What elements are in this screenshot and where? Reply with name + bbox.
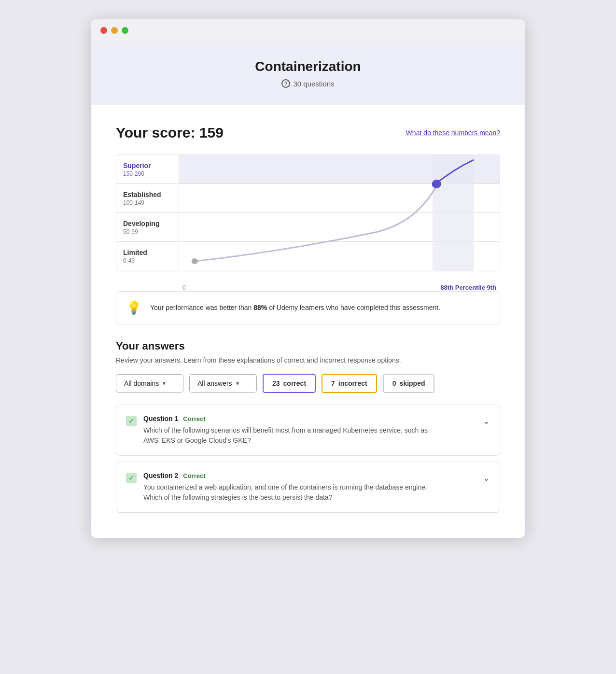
incorrect-count: 7 xyxy=(331,379,335,387)
chart-label-limited: Limited 0-49 xyxy=(116,242,179,271)
numbers-meaning-link[interactable]: What do these numbers mean? xyxy=(406,129,500,137)
chart-graph xyxy=(179,155,500,271)
checkmark-icon-2: ✓ xyxy=(128,474,134,482)
main-content: Your score: 159 What do these numbers me… xyxy=(91,105,525,538)
incorrect-label: incorrect xyxy=(338,379,367,387)
skipped-count: 0 xyxy=(392,379,396,387)
question-1-status: Correct xyxy=(183,415,205,422)
established-range: 100-149 xyxy=(123,199,172,206)
percentile-label: 88th Percentile 9th xyxy=(440,284,496,291)
maximize-button[interactable] xyxy=(122,27,128,34)
svg-rect-0 xyxy=(433,155,474,271)
score-label: Your score: 159 xyxy=(116,125,224,141)
question-2-header: ✓ Question 2 Correct You containerized a… xyxy=(126,472,490,503)
correct-badge[interactable]: 23 correct xyxy=(263,374,316,393)
question-icon: ? xyxy=(281,79,290,88)
percentile-value: 88th Percentile xyxy=(440,284,485,291)
close-button[interactable] xyxy=(100,27,107,34)
header-section: Containerization ? 30 questions xyxy=(91,42,525,105)
questions-count: 30 questions xyxy=(293,80,334,88)
answers-filter-label: All answers xyxy=(197,379,232,387)
question-2-status: Correct xyxy=(183,472,205,479)
answers-filter[interactable]: All answers ▾ xyxy=(189,374,257,393)
performance-text: Your performance was better than 88% of … xyxy=(150,303,440,313)
correct-count: 23 xyxy=(272,379,280,387)
skipped-label: skipped xyxy=(400,379,425,387)
question-card-2: ✓ Question 2 Correct You containerized a… xyxy=(116,462,500,513)
perf-percentage: 88% xyxy=(253,304,267,311)
checkmark-icon: ✓ xyxy=(128,417,134,425)
performance-box: 💡 Your performance was better than 88% o… xyxy=(116,291,500,324)
superior-label: Superior xyxy=(123,162,172,169)
question-2-expand-icon[interactable]: ⌄ xyxy=(483,473,490,483)
chart-labels: Superior 150-200 Established 100-149 Dev… xyxy=(116,155,179,271)
answers-chevron-icon: ▾ xyxy=(236,380,239,387)
question-1-left: ✓ Question 1 Correct Which of the follow… xyxy=(126,415,443,446)
svg-point-1 xyxy=(432,180,441,188)
question-1-number: Question 1 xyxy=(143,415,178,422)
filter-row: All domains ▾ All answers ▾ 23 correct 7… xyxy=(116,374,500,393)
axis-end: 9th xyxy=(487,284,497,291)
domains-filter[interactable]: All domains ▾ xyxy=(116,374,183,393)
developing-range: 50-99 xyxy=(123,228,172,235)
score-chart: Superior 150-200 Established 100-149 Dev… xyxy=(116,154,500,271)
question-1-check: ✓ xyxy=(126,416,137,426)
incorrect-badge[interactable]: 7 incorrect xyxy=(322,374,377,393)
question-2-info: Question 2 Correct You containerized a w… xyxy=(143,472,443,503)
correct-label: correct xyxy=(283,379,306,387)
question-1-expand-icon[interactable]: ⌄ xyxy=(483,416,490,426)
perf-text-after: of Udemy learners who have completed thi… xyxy=(267,304,440,311)
question-2-label: Question 2 Correct xyxy=(143,472,443,479)
superior-range: 150-200 xyxy=(123,170,172,177)
answers-subtitle: Review your answers. Learn from these ex… xyxy=(116,356,500,364)
developing-label: Developing xyxy=(123,220,172,227)
svg-point-2 xyxy=(192,258,198,264)
titlebar xyxy=(91,19,525,42)
axis-start: 0 xyxy=(182,284,186,291)
answers-title: Your answers xyxy=(116,340,500,352)
chart-axis: 0 88th Percentile 9th xyxy=(116,281,500,291)
app-window: Containerization ? 30 questions Your sco… xyxy=(91,19,525,538)
question-2-number: Question 2 xyxy=(143,472,178,479)
score-row: Your score: 159 What do these numbers me… xyxy=(116,125,500,141)
skipped-badge[interactable]: 0 skipped xyxy=(383,374,435,393)
chart-label-superior: Superior 150-200 xyxy=(116,155,179,184)
question-1-text: Which of the following scenarios will be… xyxy=(143,425,443,446)
answers-section: Your answers Review your answers. Learn … xyxy=(116,340,500,513)
domains-chevron-icon: ▾ xyxy=(163,380,166,387)
chart-axis-labels: 0 88th Percentile 9th xyxy=(179,284,500,291)
chart-label-developing: Developing 50-99 xyxy=(116,213,179,242)
page-title: Containerization xyxy=(100,59,516,74)
established-label: Established xyxy=(123,191,172,198)
question-2-check: ✓ xyxy=(126,473,137,483)
question-2-text: You containerized a web application, and… xyxy=(143,482,443,503)
chart-svg xyxy=(179,155,500,271)
chart-label-established: Established 100-149 xyxy=(116,184,179,213)
lightbulb-icon: 💡 xyxy=(126,300,141,315)
question-1-info: Question 1 Correct Which of the followin… xyxy=(143,415,443,446)
domains-label: All domains xyxy=(124,379,159,387)
limited-range: 0-49 xyxy=(123,257,172,264)
minimize-button[interactable] xyxy=(111,27,118,34)
header-meta: ? 30 questions xyxy=(100,79,516,88)
question-2-left: ✓ Question 2 Correct You containerized a… xyxy=(126,472,443,503)
question-1-header: ✓ Question 1 Correct Which of the follow… xyxy=(126,415,490,446)
limited-label: Limited xyxy=(123,249,172,256)
perf-text-before: Your performance was better than xyxy=(150,304,253,311)
question-card-1: ✓ Question 1 Correct Which of the follow… xyxy=(116,405,500,456)
question-1-label: Question 1 Correct xyxy=(143,415,443,422)
